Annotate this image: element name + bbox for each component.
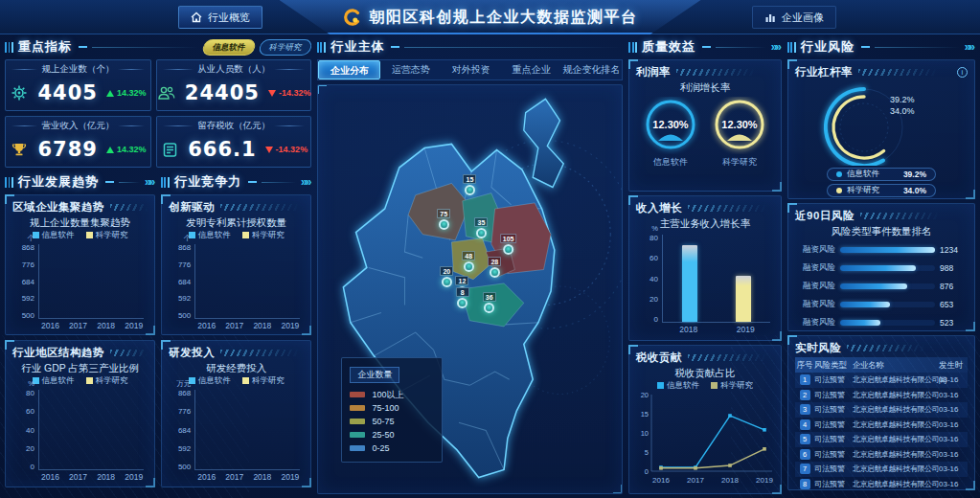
map-marker[interactable]: 36 [483,292,496,313]
legend-label: 信息软件 [198,230,231,239]
map-marker[interactable]: 35 [474,217,488,238]
filter-pill-0[interactable]: 信息软件 [202,39,258,56]
y-axis: %806040200 [14,390,38,470]
enterprise-name-cell: 北京启航卓越科技有限公司 [853,464,939,474]
x-tick-label: 2018 [253,321,271,329]
enterprise-name-cell: 北京启航卓越科技有限公司 [853,419,939,430]
nav-industry-overview[interactable]: 行业概览 [178,6,262,29]
stat-card-label: 从业人员数（人） [197,63,270,76]
dash-decoration [702,46,711,48]
expand-arrows-icon[interactable] [301,175,311,189]
expand-arrows-icon[interactable] [965,40,975,54]
legend-value: 39.2% [903,170,926,179]
y-tick-label: 776 [22,261,34,268]
time-cell: 03-16 [939,480,968,488]
tab-0[interactable]: 企业分布 [318,60,380,79]
x-tick-label: 2017 [69,472,87,481]
dash-decoration [391,46,399,48]
section-title: 行业竞争力 [174,173,241,191]
tab-3[interactable]: 重点企业 [501,60,561,79]
x-tick-label: 2018 [679,325,697,333]
table-header-cell: 序号 [795,357,814,373]
legend-swatch [86,232,93,238]
table-row[interactable]: 4司法预警北京启航卓越科技有限公司03-16 [795,418,968,433]
stat-card-label: 营业收入（亿元） [41,120,114,132]
chart-legend: 信息软件科学研究 [636,380,774,391]
section-header-risk: 行业风险 [787,38,975,56]
filter-pill-1[interactable]: 科学研究 [259,39,314,56]
leverage-gauge: 39.2%34.0% [795,81,968,166]
expand-arrows-icon[interactable] [771,40,782,54]
trend-indicator: -14.32% [265,145,308,154]
nav-enterprise-portrait[interactable]: 企业画像 [752,6,836,29]
map-marker[interactable]: 20 [440,266,453,287]
table-header-cell: 发生时间 [939,357,968,373]
line-decoration [119,182,140,183]
table-row[interactable]: 8司法预警北京启航卓越科技有限公司03-16 [795,477,968,492]
panel-header: 税收贡献 [636,351,774,365]
map-marker[interactable]: 15 [463,174,476,195]
people-icon [157,83,176,102]
y-axis: %806040200 [638,235,662,323]
svg-text:2016: 2016 [652,476,670,485]
kpi-cards: 规上企业数（个）440514.32%从业人员数（人）24405-14.32%营业… [5,59,311,168]
map-marker[interactable]: 105 [500,234,517,255]
section-prefix-icon [628,42,637,53]
legend-label: 25-50 [372,430,394,440]
info-icon[interactable]: i [957,67,968,78]
legend-label: 科学研究 [96,230,128,239]
x-axis-labels: 2016201720182019 [193,319,304,329]
axis-unit: 个 [184,235,192,241]
legend-swatch [350,432,365,438]
panel-risk-90days: 近90日风险风险类型事件数量排名融资风险1234融资风险988融资风险876融资… [787,203,975,331]
marker-value-badge: 75 [437,209,450,218]
legend-swatch [350,405,365,411]
x-tick-label: 2019 [125,472,143,481]
y-tick-label: 868 [22,244,34,251]
y-axis: 万元868776684592500 [171,390,194,470]
line-chart-holder: 20151050%2016201720182019 [636,391,774,490]
chart-title: 利润增长率 [636,81,774,95]
line-decoration [92,47,198,48]
legend-label: 科学研究 [847,185,879,196]
expand-arrows-icon[interactable] [145,175,155,189]
legend-label: 75-100 [372,403,399,413]
legend-dot [836,171,842,177]
hatch-decoration [220,204,299,211]
x-tick-label: 2019 [737,325,755,333]
y-tick-label: 20 [650,296,658,303]
legend-label: 科学研究 [720,380,753,390]
x-tick-label: 2019 [281,472,299,481]
dash-decoration [105,181,114,183]
section-header-competitiveness: 行业竞争力 [161,173,311,191]
table-row[interactable]: 3司法预警北京启航卓越科技有限公司03-16 [795,402,968,418]
legend-dot [836,188,842,193]
risk-bar-value: 523 [940,318,966,328]
legend-item: 科学研究 [242,230,285,241]
map-marker[interactable]: 8 [456,287,469,308]
y-tick-label: 776 [178,408,191,415]
y-tick-label: 592 [178,295,191,302]
plot-area [38,390,144,470]
map-marker[interactable]: 48 [462,251,475,272]
risk-bar-value: 988 [940,263,966,273]
app-title-bar: 朝阳区科创规上企业大数据监测平台 [343,0,638,34]
table-row[interactable]: 2司法预警北京启航卓越科技有限公司03-16 [795,388,968,403]
panel-title: 利润率 [636,65,671,79]
table-row[interactable]: 5司法预警北京启航卓越科技有限公司03-16 [795,432,968,447]
tab-4[interactable]: 规企变化排名 [561,60,622,79]
risk-type-cell: 司法预警 [814,479,853,489]
enterprise-name-cell: 北京启航卓越科技有限公司 [853,374,939,385]
tab-1[interactable]: 运营态势 [380,60,441,79]
marker-value-badge: 48 [462,251,475,260]
legend-swatch [242,377,249,384]
map-marker[interactable]: 75 [437,209,450,230]
map-marker[interactable]: 28 [488,257,501,278]
table-row[interactable]: 6司法预警北京启航卓越科技有限公司03-16 [795,447,968,463]
table-row[interactable]: 7司法预警北京启航卓越科技有限公司03-16 [795,462,968,477]
legend-swatch [711,382,718,389]
x-axis-labels: 20182019 [660,323,774,333]
risk-column: 行业风险 行业杠杆率i39.2%34.0%信息软件39.2%科学研究34.0% … [787,38,975,494]
marker-value-badge: 15 [463,174,476,184]
tab-2[interactable]: 对外投资 [441,60,501,79]
